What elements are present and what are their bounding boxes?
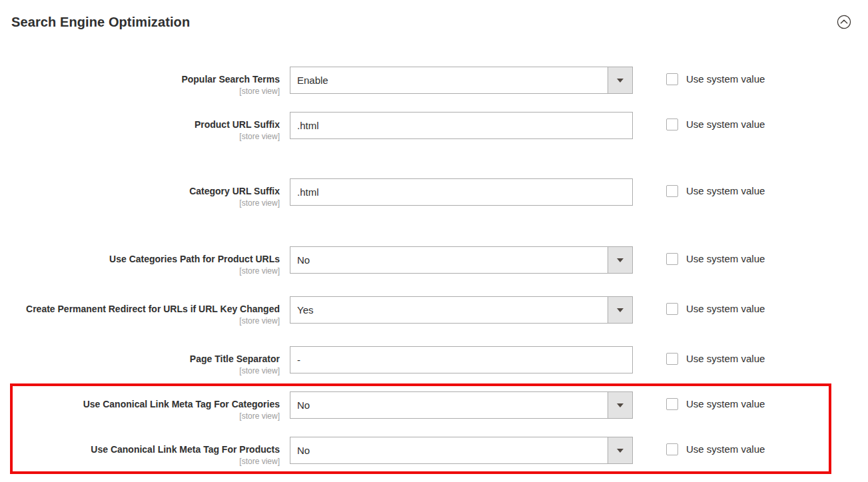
use-system-value-checkbox[interactable] — [666, 398, 678, 410]
use-system-value-label: Use system value — [686, 443, 765, 455]
use-system-value-label: Use system value — [686, 398, 765, 410]
form-row: Use Canonical Link Meta Tag For Products… — [0, 437, 868, 467]
section-title: Search Engine Optimization — [11, 15, 190, 30]
field-label: Use Canonical Link Meta Tag For Categori… — [83, 399, 280, 409]
field-scope-label: [store view] — [0, 266, 280, 276]
seo-settings-section: Search Engine Optimization Popular Searc… — [0, 0, 868, 482]
chevron-down-icon[interactable] — [608, 247, 632, 273]
chevron-up-circle-icon — [836, 14, 852, 30]
use-system-value-checkbox[interactable] — [666, 73, 678, 85]
use-system-value-checkbox[interactable] — [666, 253, 678, 265]
field-control-cell — [290, 112, 633, 145]
field-scope-label: [store view] — [0, 198, 280, 208]
field-text-input[interactable] — [290, 346, 633, 373]
field-label: Popular Search Terms — [181, 74, 280, 85]
chevron-down-icon[interactable] — [608, 67, 632, 93]
select-value: Enable — [290, 75, 328, 86]
form-row: Popular Search Terms [store view] Enable… — [0, 67, 868, 97]
use-system-value-label: Use system value — [686, 353, 765, 365]
field-control-cell — [290, 178, 633, 212]
field-control-cell: No — [290, 437, 633, 464]
field-label: Page Title Separator — [190, 354, 280, 364]
use-system-value-checkbox[interactable] — [666, 303, 678, 315]
field-control-cell — [290, 346, 633, 373]
select-value: Yes — [290, 304, 313, 316]
use-system-value-checkbox[interactable] — [666, 119, 678, 130]
select-value: No — [290, 399, 310, 411]
field-control-cell: Enable — [290, 67, 633, 94]
use-system-value-label: Use system value — [686, 119, 765, 130]
form-row: Use Canonical Link Meta Tag For Categori… — [0, 391, 868, 421]
field-label: Category URL Suffix — [189, 186, 280, 196]
field-scope-label: [store view] — [0, 316, 280, 326]
collapse-section-button[interactable] — [836, 14, 852, 30]
use-system-value-label: Use system value — [686, 303, 765, 315]
form-row: Category URL Suffix [store view] Use sys… — [0, 178, 868, 212]
field-label: Use Canonical Link Meta Tag For Products — [91, 444, 280, 455]
field-select[interactable]: Yes — [290, 296, 633, 324]
form-row: Product URL Suffix [store view] Use syst… — [0, 112, 868, 145]
use-system-value-label: Use system value — [686, 185, 765, 197]
field-label: Product URL Suffix — [195, 119, 280, 130]
field-select[interactable]: No — [290, 246, 633, 274]
use-system-value-label: Use system value — [686, 253, 765, 265]
field-scope-label: [store view] — [0, 87, 280, 97]
chevron-down-icon[interactable] — [608, 392, 632, 418]
select-value: No — [290, 254, 310, 266]
select-value: No — [290, 445, 310, 456]
field-scope-label: [store view] — [0, 457, 280, 467]
field-text-input[interactable] — [290, 178, 633, 206]
field-scope-label: [store view] — [0, 132, 280, 142]
field-select[interactable]: Enable — [290, 67, 633, 94]
field-select[interactable]: No — [290, 391, 633, 419]
form-row: Page Title Separator [store view] Use sy… — [0, 346, 868, 376]
use-system-value-label: Use system value — [686, 73, 765, 85]
chevron-down-icon[interactable] — [608, 437, 632, 463]
field-scope-label: [store view] — [0, 366, 280, 376]
field-scope-label: [store view] — [0, 411, 280, 421]
field-control-cell: No — [290, 391, 633, 419]
field-text-input[interactable] — [290, 112, 633, 139]
field-control-cell: No — [290, 246, 633, 274]
form-row: Create Permanent Redirect for URLs if UR… — [0, 296, 868, 326]
use-system-value-checkbox[interactable] — [666, 185, 678, 197]
use-system-value-checkbox[interactable] — [666, 353, 678, 365]
field-select[interactable]: No — [290, 437, 633, 464]
chevron-down-icon[interactable] — [608, 297, 632, 323]
field-control-cell: Yes — [290, 296, 633, 324]
field-label: Use Categories Path for Product URLs — [109, 254, 280, 264]
field-label: Create Permanent Redirect for URLs if UR… — [26, 304, 280, 314]
form-row: Use Categories Path for Product URLs [st… — [0, 246, 868, 276]
use-system-value-checkbox[interactable] — [666, 443, 678, 455]
